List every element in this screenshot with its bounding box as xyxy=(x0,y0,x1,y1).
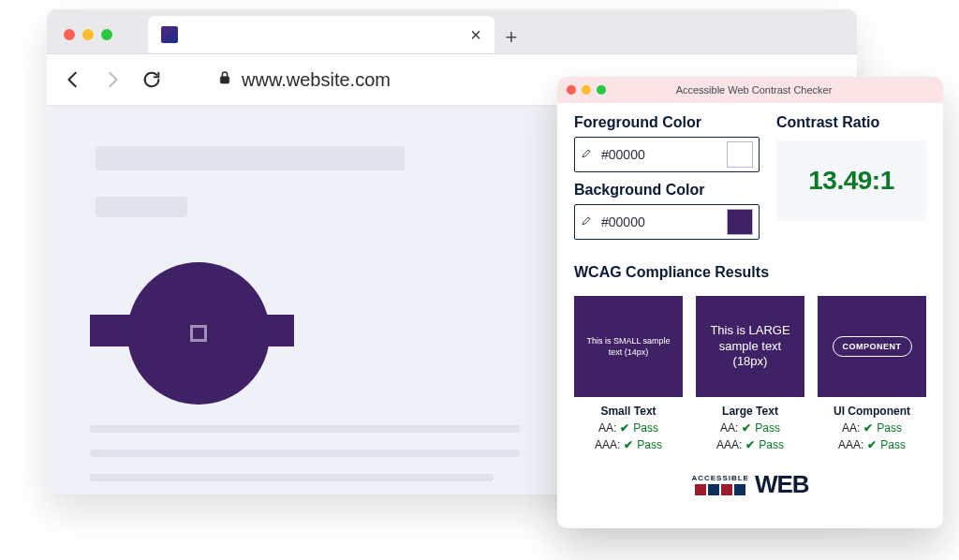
large-aa-result: AA: ✔ Pass xyxy=(720,421,780,435)
placeholder-line xyxy=(90,449,520,457)
component-aaa-result: AAA: ✔ Pass xyxy=(838,438,906,451)
placeholder-line xyxy=(90,474,494,481)
aaa-status: Pass xyxy=(637,438,662,451)
maximize-window-button[interactable] xyxy=(101,29,112,40)
eyedropper-icon[interactable] xyxy=(581,146,594,163)
back-button[interactable] xyxy=(62,68,84,91)
aaa-status: Pass xyxy=(880,438,906,451)
background-color-input[interactable]: #00000 xyxy=(574,204,760,240)
foreground-swatch[interactable] xyxy=(727,141,753,168)
aa-level: AA: xyxy=(842,421,860,435)
logo-icon-row xyxy=(691,484,749,495)
contrast-ratio-label: Contrast Ratio xyxy=(776,114,926,131)
eyedropper-icon[interactable] xyxy=(581,214,594,230)
minimize-window-button[interactable] xyxy=(582,85,591,95)
browser-tab[interactable]: × xyxy=(148,16,494,53)
aa-level: AA: xyxy=(720,421,738,435)
checker-titlebar: Accessible Web Contrast Checker xyxy=(557,77,943,103)
small-text-preview-text: This is SMALL sample text (14px) xyxy=(582,335,675,358)
component-preview: COMPONENT xyxy=(818,296,926,397)
logo-tile-icon xyxy=(708,484,719,495)
aa-level: AA: xyxy=(598,421,616,435)
logo-tile-icon xyxy=(721,484,732,495)
foreground-label: Foreground Color xyxy=(574,114,760,131)
window-controls xyxy=(47,29,127,53)
wcag-samples: This is SMALL sample text (14px) Small T… xyxy=(574,296,926,451)
address-bar[interactable]: www.website.com xyxy=(180,69,391,91)
placeholder-line xyxy=(90,425,520,433)
checker-body: Foreground Color #00000 Background Color… xyxy=(557,103,943,508)
close-window-button[interactable] xyxy=(567,85,576,95)
placeholder-heading xyxy=(96,146,405,170)
contrast-checker-window: Accessible Web Contrast Checker Foregrou… xyxy=(557,77,943,528)
aaa-level: AAA: xyxy=(838,438,863,451)
large-text-label: Large Text xyxy=(722,405,778,418)
background-swatch[interactable] xyxy=(727,209,753,235)
sample-ui-component: COMPONENT UI Component AA: ✔ Pass AAA: ✔… xyxy=(818,296,926,451)
small-text-label: Small Text xyxy=(600,405,656,418)
foreground-value: #00000 xyxy=(601,147,719,162)
large-aaa-result: AAA: ✔ Pass xyxy=(716,438,784,451)
check-icon: ✔ xyxy=(620,421,629,435)
sample-small-text: This is SMALL sample text (14px) Small T… xyxy=(574,296,683,451)
illustration-circle xyxy=(127,262,270,405)
placeholder-subheading xyxy=(96,197,187,217)
aaa-status: Pass xyxy=(759,438,784,451)
logo-accessible-text: ACCESSIBLE xyxy=(691,475,749,482)
logo-tile-icon xyxy=(695,484,706,495)
url-text: www.website.com xyxy=(242,69,391,91)
favicon-icon xyxy=(161,26,178,43)
aaa-level: AAA: xyxy=(716,438,742,451)
close-tab-button[interactable]: × xyxy=(470,25,481,44)
aa-status: Pass xyxy=(633,421,658,435)
component-aa-result: AA: ✔ Pass xyxy=(842,421,902,435)
close-window-button[interactable] xyxy=(64,29,75,40)
aaa-level: AAA: xyxy=(595,438,620,451)
lock-icon xyxy=(217,69,232,91)
small-text-preview: This is SMALL sample text (14px) xyxy=(574,296,683,397)
check-icon: ✔ xyxy=(624,438,633,451)
component-preview-pill: COMPONENT xyxy=(833,336,912,357)
new-tab-button[interactable]: + xyxy=(494,25,528,53)
check-icon: ✔ xyxy=(745,438,755,451)
large-text-preview: This is LARGE sample text (18px) xyxy=(696,296,804,397)
minimize-window-button[interactable] xyxy=(82,29,94,40)
reload-button[interactable] xyxy=(140,68,163,91)
foreground-color-input[interactable]: #00000 xyxy=(574,137,760,172)
aa-status: Pass xyxy=(877,421,902,435)
contrast-ratio-display: 13.49:1 xyxy=(776,140,926,221)
placeholder-paragraph xyxy=(90,425,520,494)
svg-rect-0 xyxy=(220,76,229,82)
component-label: UI Component xyxy=(834,405,910,418)
background-label: Background Color xyxy=(574,182,760,199)
logo-left: ACCESSIBLE xyxy=(691,475,749,495)
small-aaa-result: AAA: ✔ Pass xyxy=(595,438,662,451)
background-value: #00000 xyxy=(601,214,719,229)
check-icon: ✔ xyxy=(742,421,751,435)
aa-status: Pass xyxy=(755,421,780,435)
logo-tile-icon xyxy=(734,484,745,495)
tab-title xyxy=(187,28,461,41)
window-title: Accessible Web Contrast Checker xyxy=(612,84,934,96)
contrast-ratio-value: 13.49:1 xyxy=(808,166,893,196)
maximize-window-button[interactable] xyxy=(597,85,606,95)
sample-large-text: This is LARGE sample text (18px) Large T… xyxy=(696,296,804,451)
wcag-results-heading: WCAG Compliance Results xyxy=(574,264,926,281)
illustration-square xyxy=(190,325,207,342)
logo-web-text: WEB xyxy=(755,470,809,499)
check-icon: ✔ xyxy=(867,438,877,451)
check-icon: ✔ xyxy=(863,421,873,435)
large-text-preview-text: This is LARGE sample text (18px) xyxy=(703,323,797,371)
tab-bar: × + xyxy=(47,9,857,54)
footer-logo: ACCESSIBLE WEB xyxy=(574,470,926,499)
forward-button[interactable] xyxy=(101,68,124,91)
small-aa-result: AA: ✔ Pass xyxy=(598,421,658,435)
